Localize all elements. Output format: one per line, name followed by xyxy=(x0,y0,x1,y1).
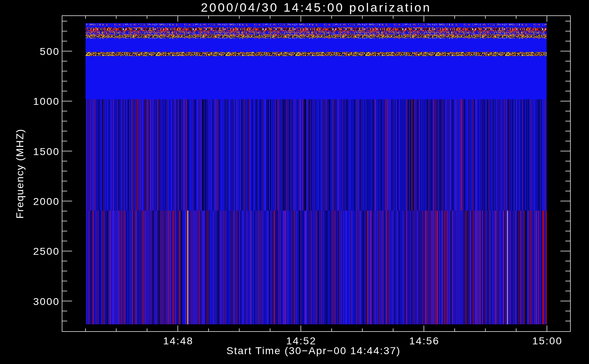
svg-text:Start Time (30−Apr−00 14:44:37: Start Time (30−Apr−00 14:44:37) xyxy=(226,345,401,356)
svg-text:14:48: 14:48 xyxy=(163,335,193,347)
svg-text:2000/04/30 14:45:00 polariza: 2000/04/30 14:45:00 polarization xyxy=(201,0,431,14)
svg-text:2500: 2500 xyxy=(33,245,60,257)
svg-text:15:00: 15:00 xyxy=(532,335,562,347)
svg-text:2000: 2000 xyxy=(33,195,60,207)
svg-text:500: 500 xyxy=(40,46,60,57)
svg-text:3000: 3000 xyxy=(33,296,60,307)
svg-text:Frequency (MHZ): Frequency (MHZ) xyxy=(14,128,25,218)
svg-text:14:56: 14:56 xyxy=(409,335,439,347)
svg-text:1000: 1000 xyxy=(33,95,60,107)
svg-text:1500: 1500 xyxy=(33,146,60,157)
